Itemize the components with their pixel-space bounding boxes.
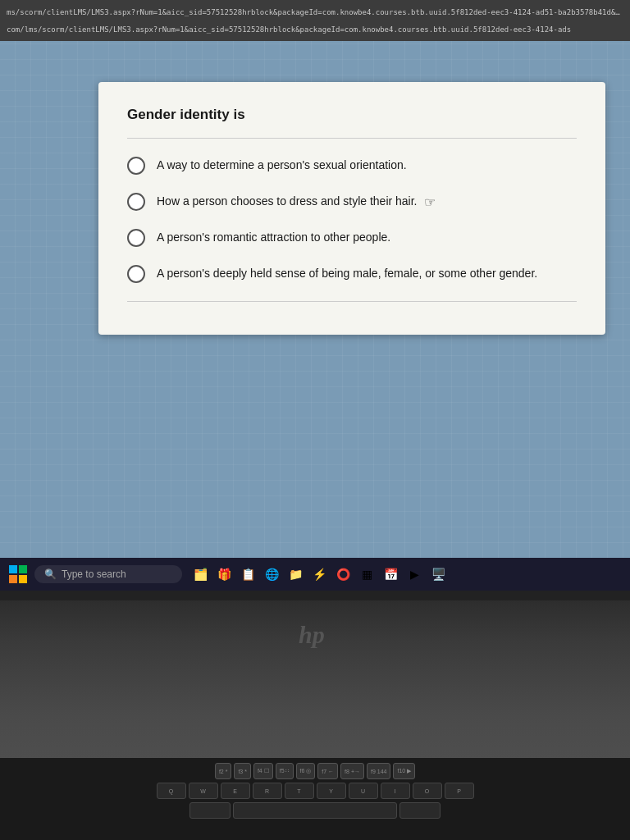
taskbar-icon-multitask[interactable]: 🗂️: [190, 564, 210, 584]
key-f2[interactable]: f2 *: [215, 763, 232, 779]
radio-2[interactable]: [127, 193, 145, 211]
key-space-right[interactable]: [399, 802, 441, 819]
windows-block-2: [19, 565, 27, 573]
key-f6[interactable]: f6 ◎: [296, 763, 316, 779]
search-bar[interactable]: 🔍 Type to search: [34, 565, 182, 583]
taskbar-icon-bolt[interactable]: ⚡: [309, 564, 329, 584]
quiz-card: Gender identity is A way to determine a …: [98, 82, 605, 335]
search-placeholder-text: Type to search: [62, 568, 126, 580]
laptop-body: hp f2 * f3 * f4 ☐ f5 ∷ f6 ◎ f7 ← f8 +→ f…: [0, 591, 630, 840]
key-f7[interactable]: f7 ←: [317, 763, 338, 779]
taskbar-icon-gift[interactable]: 🎁: [214, 564, 234, 584]
hp-logo: hp: [294, 617, 336, 655]
radio-4[interactable]: [127, 265, 145, 283]
search-icon: 🔍: [44, 568, 57, 580]
taskbar-icon-grid[interactable]: ▦: [357, 564, 377, 584]
laptop-bezel: [0, 591, 630, 600]
key-w[interactable]: W: [189, 783, 218, 799]
key-r[interactable]: R: [253, 783, 282, 799]
url-bar-2: com/lms/scorm/clientLMS/LMS3.aspx?rNum=1…: [7, 25, 623, 34]
key-f3[interactable]: f3 *: [234, 763, 251, 779]
taskbar-icon-monitor[interactable]: 🖥️: [428, 564, 448, 584]
taskbar: 🔍 Type to search 🗂️ 🎁 📋 🌐 📁 ⚡ ⭕ ▦ 📅 ▶ 🖥️: [0, 558, 630, 591]
option-2-row[interactable]: How a person chooses to dress and style …: [127, 193, 577, 211]
option-1-text: A way to determine a person's sexual ori…: [157, 158, 407, 174]
taskbar-icon-edge[interactable]: 🌐: [262, 564, 281, 584]
option-3-text: A person's romantic attraction to other …: [157, 230, 390, 246]
key-spacebar[interactable]: [233, 802, 397, 819]
key-f9[interactable]: f9 144: [367, 763, 390, 779]
key-i[interactable]: I: [381, 783, 410, 799]
keyboard-row-fn: f2 * f3 * f4 ☐ f5 ∷ f6 ◎ f7 ← f8 +→ f9 1…: [8, 763, 622, 779]
option-4-row[interactable]: A person's deeply held sense of being ma…: [127, 265, 577, 283]
windows-block-1: [9, 565, 17, 573]
key-f10[interactable]: f10 ▶: [393, 763, 415, 779]
screen-area: ms/scorm/clientLMS/LMS3.aspx?rNum=1&aicc…: [0, 0, 630, 558]
keyboard-area: f2 * f3 * f4 ☐ f5 ∷ f6 ◎ f7 ← f8 +→ f9 1…: [0, 758, 630, 840]
key-y[interactable]: Y: [317, 783, 346, 799]
windows-block-4: [19, 575, 27, 583]
url-bar-area: ms/scorm/clientLMS/LMS3.aspx?rNum=1&aicc…: [0, 0, 630, 41]
cursor-icon: ☞: [424, 194, 436, 210]
key-q[interactable]: Q: [157, 783, 186, 799]
key-e[interactable]: E: [221, 783, 250, 799]
key-f8[interactable]: f8 +→: [340, 763, 364, 779]
taskbar-icon-circle[interactable]: ⭕: [333, 564, 353, 584]
taskbar-icon-file[interactable]: 📋: [238, 564, 258, 584]
taskbar-icon-play[interactable]: ▶: [404, 564, 424, 584]
radio-1[interactable]: [127, 157, 145, 175]
url-bar-1: ms/scorm/clientLMS/LMS3.aspx?rNum=1&aicc…: [7, 8, 623, 16]
bottom-divider: [127, 301, 577, 302]
quiz-title: Gender identity is: [127, 107, 577, 123]
key-t[interactable]: T: [285, 783, 314, 799]
key-space-left[interactable]: [189, 802, 231, 819]
windows-block-3: [9, 575, 17, 583]
hp-logo-svg: hp: [294, 617, 336, 650]
windows-logo: [9, 565, 27, 583]
svg-text:hp: hp: [299, 621, 325, 648]
key-p[interactable]: P: [445, 783, 474, 799]
key-f4[interactable]: f4 ☐: [253, 763, 273, 779]
keyboard-row-main: Q W E R T Y U I O P: [8, 783, 622, 799]
keyboard-row-bottom: [8, 802, 622, 819]
key-o[interactable]: O: [413, 783, 442, 799]
key-f5[interactable]: f5 ∷: [276, 763, 294, 779]
top-divider: [127, 138, 577, 139]
key-u[interactable]: U: [349, 783, 378, 799]
taskbar-icons: 🗂️ 🎁 📋 🌐 📁 ⚡ ⭕ ▦ 📅 ▶ 🖥️: [190, 564, 448, 584]
taskbar-icon-calendar[interactable]: 📅: [381, 564, 400, 584]
radio-3[interactable]: [127, 229, 145, 247]
start-button[interactable]: [7, 563, 30, 586]
option-1-row[interactable]: A way to determine a person's sexual ori…: [127, 157, 577, 175]
option-2-text: How a person chooses to dress and style …: [157, 194, 418, 210]
taskbar-icon-folder[interactable]: 📁: [285, 564, 305, 584]
option-3-row[interactable]: A person's romantic attraction to other …: [127, 229, 577, 247]
option-4-text: A person's deeply held sense of being ma…: [157, 266, 537, 282]
